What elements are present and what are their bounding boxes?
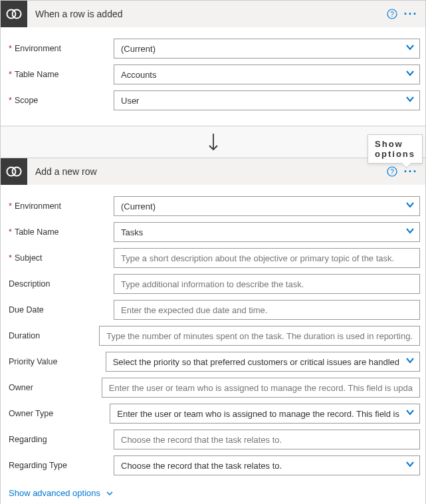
svg-text:?: ? xyxy=(390,168,394,176)
trigger-header[interactable]: When a row is added ? ··· xyxy=(1,1,425,27)
form-row: Table NameTasks xyxy=(6,222,420,242)
text-input[interactable]: Type the number of minutes spent on the … xyxy=(99,326,420,346)
trigger-body: Environment(Current)Table NameAccountsSc… xyxy=(1,27,425,126)
field-label: Owner Type xyxy=(6,409,110,418)
action-title: Add a new row xyxy=(27,166,383,177)
svg-point-1 xyxy=(13,10,21,19)
field-label: Regarding Type xyxy=(6,461,114,470)
field-label: Regarding xyxy=(6,435,114,444)
action-card: Add a new row ? ··· Show options Environ… xyxy=(0,158,426,504)
field-wrapper: Select the priority so that preferred cu… xyxy=(106,352,420,372)
field-wrapper: Choose the record that the task relates … xyxy=(114,455,420,475)
show-advanced-options-link[interactable]: Show advanced options xyxy=(6,481,116,498)
text-input[interactable]: Enter the user or team who is assigned t… xyxy=(102,378,420,398)
form-row: OwnerEnter the user or team who is assig… xyxy=(6,378,420,398)
dropdown-input[interactable]: Tasks xyxy=(114,222,420,242)
field-label: Description xyxy=(6,279,114,289)
field-label: Environment xyxy=(6,201,114,211)
form-row: Owner TypeEnter the user or team who is … xyxy=(6,404,420,424)
field-label: Owner xyxy=(6,383,102,392)
form-row: SubjectType a short description about th… xyxy=(6,248,420,268)
field-wrapper: Choose the record that the task relates … xyxy=(114,430,420,449)
field-wrapper: Type the number of minutes spent on the … xyxy=(99,326,420,346)
dropdown-input[interactable]: Select the priority so that preferred cu… xyxy=(106,352,420,372)
field-label: Duration xyxy=(6,331,99,340)
form-row: Environment(Current) xyxy=(6,39,420,59)
dropdown-input[interactable]: Choose the record that the task relates … xyxy=(114,455,420,475)
form-row: Priority ValueSelect the priority so tha… xyxy=(6,352,420,372)
flow-arrow xyxy=(0,126,426,158)
field-wrapper: Type additional information to describe … xyxy=(114,274,420,294)
more-icon[interactable]: ··· xyxy=(401,5,420,23)
field-label: Scope xyxy=(6,96,114,105)
field-wrapper: Enter the user or team who is assigned t… xyxy=(110,404,420,424)
field-wrapper: Tasks xyxy=(114,222,420,242)
form-row: DescriptionType additional information t… xyxy=(6,274,420,294)
dropdown-input[interactable]: Enter the user or team who is assigned t… xyxy=(110,404,420,424)
field-label: Due Date xyxy=(6,305,114,315)
field-label: Environment xyxy=(6,44,114,53)
form-row: RegardingChoose the record that the task… xyxy=(6,430,420,449)
more-icon[interactable]: ··· Show options xyxy=(401,162,420,181)
form-row: Regarding TypeChoose the record that the… xyxy=(6,455,420,475)
dropdown-input[interactable]: (Current) xyxy=(114,39,420,59)
form-row: ScopeUser xyxy=(6,90,420,110)
field-wrapper: (Current) xyxy=(114,196,420,216)
dropdown-input[interactable]: Accounts xyxy=(114,64,420,84)
field-label: Table Name xyxy=(6,227,114,237)
text-input[interactable]: Type a short description about the objec… xyxy=(114,248,420,268)
text-input[interactable]: Choose the record that the task relates … xyxy=(114,430,420,449)
field-wrapper: Type a short description about the objec… xyxy=(114,248,420,268)
field-wrapper: Enter the expected due date and time. xyxy=(114,300,420,320)
form-row: Environment(Current) xyxy=(6,196,420,216)
form-row: Table NameAccounts xyxy=(6,64,420,84)
dropdown-input[interactable]: (Current) xyxy=(114,196,420,216)
show-advanced-options-label: Show advanced options xyxy=(9,488,100,498)
field-label: Priority Value xyxy=(6,357,106,366)
trigger-card: When a row is added ? ··· Environment(Cu… xyxy=(0,0,426,126)
field-label: Table Name xyxy=(6,70,114,79)
text-input[interactable]: Type additional information to describe … xyxy=(114,274,420,294)
form-row: DurationType the number of minutes spent… xyxy=(6,326,420,346)
help-icon[interactable]: ? xyxy=(383,5,401,23)
dropdown-input[interactable]: User xyxy=(114,90,420,110)
show-options-tooltip: Show options xyxy=(368,134,423,164)
action-header[interactable]: Add a new row ? ··· Show options xyxy=(1,158,425,185)
chevron-down-icon xyxy=(106,489,114,497)
text-input[interactable]: Enter the expected due date and time. xyxy=(114,300,420,320)
field-wrapper: Accounts xyxy=(114,64,420,84)
field-wrapper: User xyxy=(114,90,420,110)
dataverse-icon xyxy=(1,1,27,27)
action-body: Environment(Current)Table NameTasksSubje… xyxy=(1,185,425,504)
dataverse-icon xyxy=(1,158,27,185)
field-wrapper: (Current) xyxy=(114,39,420,59)
help-icon[interactable]: ? xyxy=(383,162,401,181)
form-row: Due DateEnter the expected due date and … xyxy=(6,300,420,320)
svg-text:?: ? xyxy=(390,11,394,18)
field-wrapper: Enter the user or team who is assigned t… xyxy=(102,378,420,398)
svg-point-6 xyxy=(13,168,21,176)
field-label: Subject xyxy=(6,253,114,263)
trigger-title: When a row is added xyxy=(27,9,383,19)
